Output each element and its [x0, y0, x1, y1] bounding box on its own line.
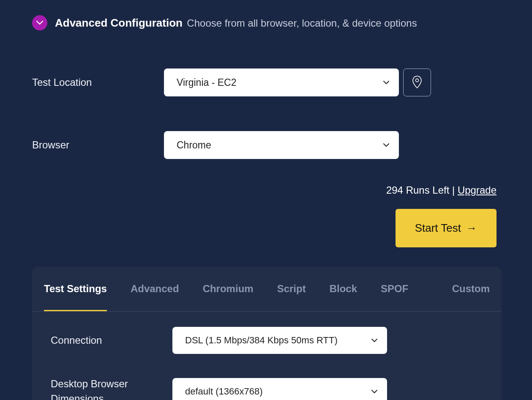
runs-left: 294 Runs Left | Upgrade [386, 184, 497, 196]
tab-block[interactable]: Block [330, 267, 357, 311]
settings-panel: Test Settings Advanced Chromium Script B… [32, 267, 502, 400]
advanced-config-toggle[interactable] [32, 15, 47, 30]
browser-label: Browser [32, 139, 164, 151]
test-location-value: Virginia - EC2 [177, 77, 236, 88]
settings-panel-body: Connection DSL (1.5 Mbps/384 Kbps 50ms R… [32, 312, 502, 400]
dimensions-select[interactable]: default (1366x768) [172, 378, 387, 400]
connection-select[interactable]: DSL (1.5 Mbps/384 Kbps 50ms RTT) [172, 327, 387, 354]
runs-left-count: 294 Runs Left [386, 184, 449, 196]
settings-tabs: Test Settings Advanced Chromium Script B… [32, 267, 502, 312]
browser-value: Chrome [177, 140, 211, 151]
start-test-label: Start Test [415, 222, 461, 235]
test-location-select[interactable]: Virginia - EC2 [164, 68, 399, 96]
runs-left-separator: | [449, 184, 458, 196]
test-location-label: Test Location [32, 77, 164, 88]
browser-select[interactable]: Chrome [164, 131, 399, 159]
start-test-button[interactable]: Start Test → [396, 209, 497, 247]
advanced-config-heading: Advanced Configuration Choose from all b… [55, 16, 417, 30]
connection-value: DSL (1.5 Mbps/384 Kbps 50ms RTT) [185, 335, 338, 346]
connection-row: Connection DSL (1.5 Mbps/384 Kbps 50ms R… [51, 327, 490, 354]
advanced-config-title: Advanced Configuration [55, 16, 183, 29]
dimensions-select-wrap: default (1366x768) [172, 378, 387, 400]
test-location-select-wrap: Virginia - EC2 [164, 68, 399, 96]
tab-test-settings[interactable]: Test Settings [44, 267, 107, 311]
tab-chromium[interactable]: Chromium [203, 267, 254, 311]
arrow-right-icon: → [466, 222, 477, 235]
dimensions-label: Desktop Browser Dimensions [51, 377, 172, 400]
tab-advanced[interactable]: Advanced [131, 267, 179, 311]
connection-label: Connection [51, 333, 172, 348]
upgrade-link[interactable]: Upgrade [458, 184, 497, 196]
dimensions-value: default (1366x768) [185, 386, 262, 397]
tab-script[interactable]: Script [277, 267, 306, 311]
advanced-config-subtitle: Choose from all browser, location, & dev… [187, 17, 417, 29]
tab-spof[interactable]: SPOF [381, 267, 408, 311]
svg-point-0 [415, 79, 418, 82]
browser-select-wrap: Chrome [164, 131, 399, 159]
chevron-down-icon [36, 21, 43, 25]
map-pin-icon [412, 76, 422, 90]
connection-select-wrap: DSL (1.5 Mbps/384 Kbps 50ms RTT) [172, 327, 387, 354]
test-location-row: Test Location Virginia - EC2 [32, 68, 502, 96]
dimensions-row: Desktop Browser Dimensions default (1366… [51, 377, 490, 400]
advanced-config-header: Advanced Configuration Choose from all b… [32, 15, 502, 30]
browser-row: Browser Chrome [32, 131, 502, 159]
location-pin-button[interactable] [403, 68, 431, 96]
tab-custom[interactable]: Custom [452, 267, 490, 311]
